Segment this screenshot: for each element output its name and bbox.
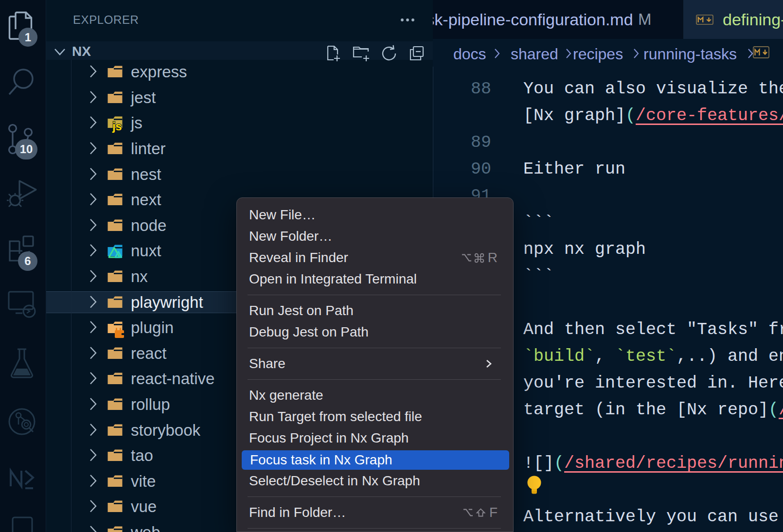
svg-text:js: js [112,120,122,133]
